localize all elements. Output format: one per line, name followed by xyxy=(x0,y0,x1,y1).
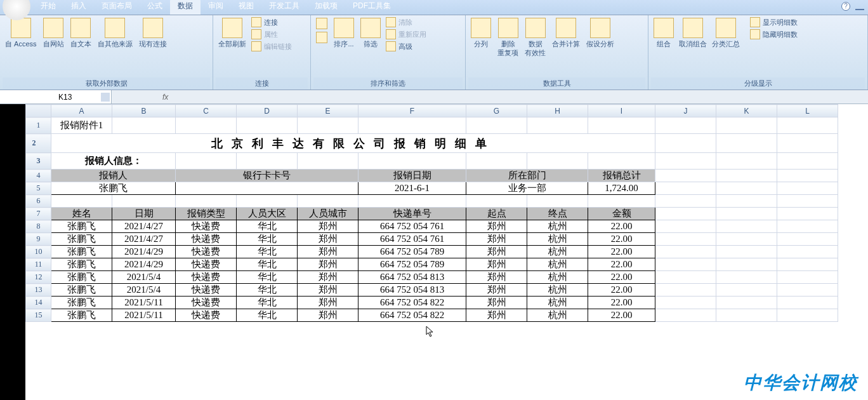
tab-0[interactable]: 开始 xyxy=(33,0,63,15)
cell[interactable]: 664 752 054 813 xyxy=(358,284,466,297)
ext-btn-0[interactable]: 自 Access xyxy=(3,17,39,50)
row-5[interactable]: 5张鹏飞2021-6-1业务一部1,724.00 xyxy=(26,182,838,195)
cell[interactable]: 22.00 xyxy=(588,284,655,297)
cell[interactable]: 杭州 xyxy=(527,297,588,309)
cell[interactable] xyxy=(777,297,838,309)
cell[interactable]: 2021/4/27 xyxy=(112,220,176,233)
colhdr-C[interactable]: C xyxy=(176,105,237,117)
cell[interactable]: 郑州 xyxy=(298,309,358,322)
cell[interactable]: 2021/5/11 xyxy=(112,297,176,309)
outline-side-0[interactable]: 显示明细数 xyxy=(749,17,799,28)
cell[interactable]: 快递费 xyxy=(176,309,237,322)
cell[interactable]: 张鹏飞 xyxy=(51,297,112,309)
cell[interactable]: 人员城市 xyxy=(298,208,358,220)
sort-button[interactable]: 排序... xyxy=(331,17,357,50)
cell[interactable] xyxy=(716,258,777,271)
outline-side-1[interactable]: 隐藏明细数 xyxy=(749,29,799,40)
cell[interactable]: 郑州 xyxy=(466,271,527,284)
cell[interactable] xyxy=(527,117,588,134)
rowhdr-3[interactable]: 3 xyxy=(26,153,51,170)
cell[interactable]: 报销日期 xyxy=(358,170,466,182)
row-2[interactable]: 2北京利丰达有限公司报销明细单 xyxy=(26,134,838,153)
row-14[interactable]: 14张鹏飞2021/5/11快递费华北郑州664 752 054 822郑州杭州… xyxy=(26,297,838,309)
colhdr-I[interactable]: I xyxy=(588,105,655,117)
cell[interactable]: 22.00 xyxy=(588,246,655,258)
cell[interactable]: 张鹏飞 xyxy=(51,258,112,271)
ext-btn-1[interactable]: 自网站 xyxy=(41,17,67,50)
cell[interactable]: 张鹏飞 xyxy=(51,284,112,297)
row-7[interactable]: 7姓名日期报销类型人员大区人员城市快递单号起点终点金额 xyxy=(26,208,838,220)
cell[interactable]: 杭州 xyxy=(527,284,588,297)
cell[interactable]: 郑州 xyxy=(298,297,358,309)
cell[interactable] xyxy=(777,153,838,170)
cell[interactable]: 郑州 xyxy=(298,271,358,284)
tools-btn-0[interactable]: 分列 xyxy=(468,17,494,50)
cell[interactable]: 郑州 xyxy=(298,233,358,246)
cell[interactable]: 快递费 xyxy=(176,271,237,284)
cell[interactable] xyxy=(655,208,716,220)
cell[interactable]: 银行卡卡号 xyxy=(176,170,358,182)
cell[interactable] xyxy=(777,258,838,271)
cell[interactable] xyxy=(716,284,777,297)
tab-4[interactable]: 数据 xyxy=(170,0,201,15)
cell[interactable]: 报销总计 xyxy=(588,170,655,182)
rowhdr-2[interactable]: 2 xyxy=(26,134,51,153)
cell[interactable] xyxy=(112,195,176,208)
cell[interactable] xyxy=(777,117,838,134)
cell[interactable]: 杭州 xyxy=(527,258,588,271)
cell[interactable] xyxy=(176,195,237,208)
tab-1[interactable]: 插入 xyxy=(63,0,94,15)
cell[interactable]: 所在部门 xyxy=(466,170,588,182)
colhdr-B[interactable]: B xyxy=(112,105,176,117)
cell[interactable]: 郑州 xyxy=(466,297,527,309)
tools-btn-3[interactable]: 合并计算 xyxy=(549,17,582,50)
cell[interactable] xyxy=(777,271,838,284)
cell[interactable] xyxy=(655,134,716,153)
row-11[interactable]: 11张鹏飞2021/4/29快递费华北郑州664 752 054 789郑州杭州… xyxy=(26,258,838,271)
col-headers[interactable]: A B C D E F G H I J K L xyxy=(26,105,838,117)
ext-btn-2[interactable]: 自文本 xyxy=(68,17,94,50)
cell[interactable] xyxy=(655,297,716,309)
cell[interactable] xyxy=(176,182,358,195)
conn-sub-2[interactable]: 编辑链接 xyxy=(250,41,293,52)
cell[interactable] xyxy=(777,134,838,153)
cell[interactable] xyxy=(777,233,838,246)
cell[interactable]: 华北 xyxy=(237,246,298,258)
conn-sub-0[interactable]: 连接 xyxy=(250,17,293,28)
cell[interactable]: 华北 xyxy=(237,284,298,297)
cell[interactable] xyxy=(358,195,466,208)
tab-9[interactable]: PDF工具集 xyxy=(345,0,398,15)
cell[interactable]: 快递单号 xyxy=(358,208,466,220)
row-4[interactable]: 4报销人银行卡卡号报销日期所在部门报销总计 xyxy=(26,170,838,182)
cell[interactable] xyxy=(777,182,838,195)
cell[interactable] xyxy=(716,220,777,233)
cell[interactable]: 张鹏飞 xyxy=(51,309,112,322)
cell[interactable] xyxy=(777,309,838,322)
tools-btn-1[interactable]: 删除 重复项 xyxy=(495,17,521,59)
cell[interactable] xyxy=(51,195,112,208)
rowhdr-12[interactable]: 12 xyxy=(26,271,51,284)
cell[interactable] xyxy=(716,134,777,153)
cell[interactable]: 郑州 xyxy=(466,309,527,322)
cell[interactable]: 华北 xyxy=(237,297,298,309)
cell[interactable]: 2021/5/4 xyxy=(112,284,176,297)
rowhdr-15[interactable]: 15 xyxy=(26,309,51,322)
cell[interactable] xyxy=(777,170,838,182)
cell[interactable] xyxy=(527,153,588,170)
tab-8[interactable]: 加载项 xyxy=(307,0,345,15)
refresh-all-button[interactable]: 全部刷新 xyxy=(216,17,249,50)
cell[interactable]: 张鹏飞 xyxy=(51,220,112,233)
cell[interactable] xyxy=(112,117,176,134)
cell[interactable] xyxy=(655,170,716,182)
cell[interactable]: 张鹏飞 xyxy=(51,246,112,258)
cell[interactable]: 664 752 054 789 xyxy=(358,246,466,258)
cell[interactable]: 快递费 xyxy=(176,220,237,233)
cell[interactable] xyxy=(777,208,838,220)
cell[interactable]: 664 752 054 761 xyxy=(358,220,466,233)
cell[interactable] xyxy=(358,153,466,170)
cell[interactable]: 郑州 xyxy=(466,233,527,246)
rowhdr-8[interactable]: 8 xyxy=(26,220,51,233)
cell[interactable]: 杭州 xyxy=(527,233,588,246)
cell[interactable]: 华北 xyxy=(237,258,298,271)
tools-btn-4[interactable]: 假设分析 xyxy=(584,17,617,50)
